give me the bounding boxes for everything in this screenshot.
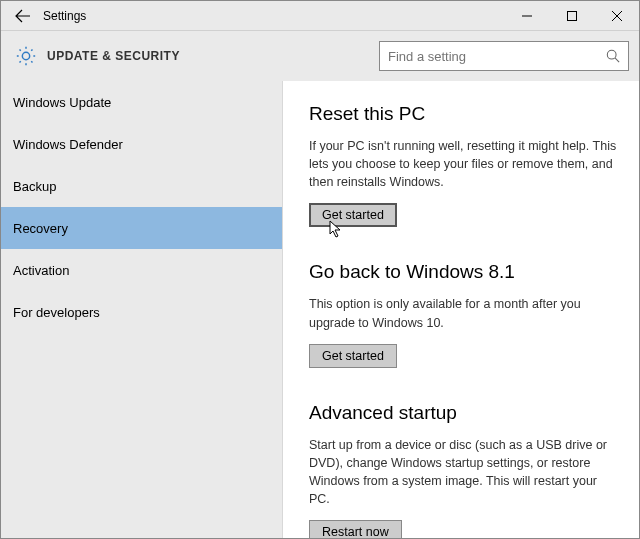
section-body: This option is only available for a mont… (309, 295, 619, 331)
svg-rect-0 (567, 11, 576, 20)
sidebar-item-windows-update[interactable]: Windows Update (1, 81, 282, 123)
sidebar-item-label: Activation (13, 263, 69, 278)
section-title: Go back to Windows 8.1 (309, 261, 619, 283)
search-input[interactable] (388, 49, 606, 64)
close-button[interactable] (594, 2, 639, 30)
window-title: Settings (43, 9, 86, 23)
search-box[interactable] (379, 41, 629, 71)
sidebar-item-label: Recovery (13, 221, 68, 236)
maximize-icon (567, 11, 577, 21)
minimize-icon (522, 11, 532, 21)
sidebar-item-for-developers[interactable]: For developers (1, 291, 282, 333)
restart-now-button[interactable]: Restart now (309, 520, 402, 538)
section-advanced-startup: Advanced startup Start up from a device … (309, 402, 619, 538)
sidebar-item-activation[interactable]: Activation (1, 249, 282, 291)
sidebar-item-label: Windows Defender (13, 137, 123, 152)
page-title: UPDATE & SECURITY (47, 49, 180, 63)
sidebar-item-label: For developers (13, 305, 100, 320)
get-started-reset-button[interactable]: Get started (309, 203, 397, 227)
window-controls (504, 2, 639, 30)
minimize-button[interactable] (504, 2, 549, 30)
section-go-back: Go back to Windows 8.1 This option is on… (309, 261, 619, 367)
get-started-goback-button[interactable]: Get started (309, 344, 397, 368)
back-button[interactable] (11, 4, 35, 28)
maximize-button[interactable] (549, 2, 594, 30)
sidebar-item-backup[interactable]: Backup (1, 165, 282, 207)
gear-icon (15, 45, 37, 67)
sidebar: Windows Update Windows Defender Backup R… (1, 81, 283, 538)
sidebar-item-windows-defender[interactable]: Windows Defender (1, 123, 282, 165)
sidebar-item-recovery[interactable]: Recovery (1, 207, 282, 249)
svg-point-1 (607, 50, 616, 59)
close-icon (612, 11, 622, 21)
titlebar: Settings (1, 1, 639, 31)
section-body: Start up from a device or disc (such as … (309, 436, 619, 509)
section-body: If your PC isn't running well, resetting… (309, 137, 619, 191)
section-title: Advanced startup (309, 402, 619, 424)
page-header: UPDATE & SECURITY (1, 31, 639, 81)
content-area: Windows Update Windows Defender Backup R… (1, 81, 639, 538)
sidebar-item-label: Backup (13, 179, 56, 194)
arrow-left-icon (15, 8, 31, 24)
search-icon (606, 49, 620, 63)
section-reset-this-pc: Reset this PC If your PC isn't running w… (309, 103, 619, 227)
sidebar-item-label: Windows Update (13, 95, 111, 110)
main-panel: Reset this PC If your PC isn't running w… (283, 81, 639, 538)
section-title: Reset this PC (309, 103, 619, 125)
